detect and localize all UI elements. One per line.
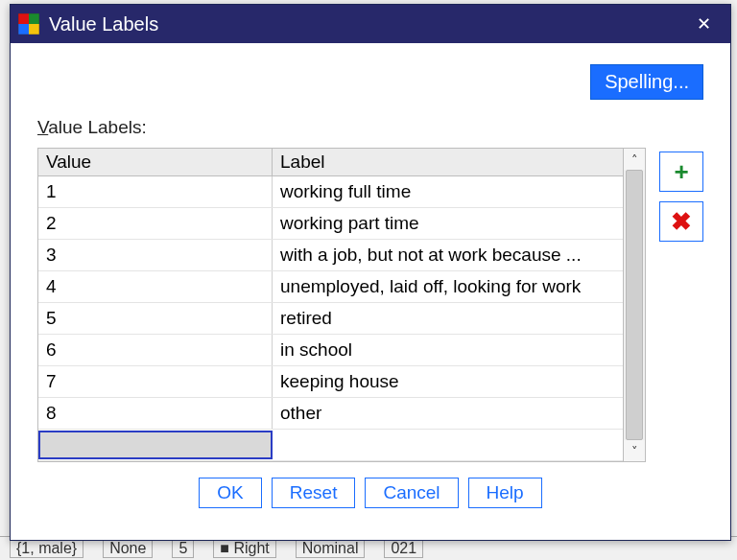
label-cell[interactable]: working part time <box>273 208 623 239</box>
value-labels-dialog: Value Labels ✕ Spelling... Value Labels:… <box>10 4 731 541</box>
table-row[interactable]: 2 working part time <box>38 208 623 240</box>
x-icon: ✖ <box>671 207 692 237</box>
label-cell[interactable]: retired <box>273 303 623 334</box>
dialog-body: Spelling... Value Labels: Value Label 1 … <box>11 43 730 540</box>
label-cell[interactable]: keeping house <box>273 366 623 397</box>
spelling-button[interactable]: Spelling... <box>590 64 703 100</box>
scroll-thumb[interactable] <box>626 170 643 440</box>
value-cell[interactable]: 1 <box>38 176 273 207</box>
table-header: Value Label <box>38 149 623 176</box>
new-label-cell[interactable] <box>273 430 623 460</box>
dialog-footer: OK Reset Cancel Help <box>37 462 703 514</box>
plus-icon: + <box>674 157 688 187</box>
remove-button[interactable]: ✖ <box>659 201 703 242</box>
titlebar: Value Labels ✕ <box>11 5 730 43</box>
svg-rect-4 <box>29 24 39 35</box>
label-cell[interactable]: working full time <box>273 176 623 207</box>
new-value-cell[interactable] <box>38 431 273 459</box>
svg-rect-2 <box>29 13 39 24</box>
scroll-down-icon[interactable]: ˅ <box>624 440 645 461</box>
value-cell[interactable]: 5 <box>38 303 273 334</box>
header-label[interactable]: Label <box>273 149 623 175</box>
value-cell[interactable]: 4 <box>38 271 273 302</box>
vertical-scrollbar[interactable]: ˄ ˅ <box>624 149 645 461</box>
label-cell[interactable]: unemployed, laid off, looking for work <box>273 271 623 302</box>
table-row[interactable]: 4 unemployed, laid off, looking for work <box>38 271 623 303</box>
close-button[interactable]: ✕ <box>684 13 723 35</box>
scroll-track[interactable] <box>624 170 645 440</box>
value-cell[interactable]: 2 <box>38 208 273 239</box>
label-cell[interactable]: in school <box>273 335 623 365</box>
label-cell[interactable]: with a job, but not at work because ... <box>273 240 623 270</box>
svg-rect-3 <box>18 24 29 35</box>
table-row[interactable]: 3 with a job, but not at work because ..… <box>38 240 623 271</box>
value-cell[interactable]: 6 <box>38 335 273 365</box>
table-new-row[interactable] <box>38 430 623 461</box>
header-value[interactable]: Value <box>38 149 273 175</box>
value-cell[interactable]: 7 <box>38 366 273 397</box>
label-cell[interactable]: other <box>273 398 623 429</box>
value-cell[interactable]: 8 <box>38 398 273 429</box>
dialog-title: Value Labels <box>49 13 684 35</box>
svg-rect-1 <box>18 13 29 24</box>
value-labels-section-label: Value Labels: <box>37 117 703 138</box>
add-button[interactable]: + <box>659 152 703 192</box>
help-button[interactable]: Help <box>468 478 542 508</box>
value-labels-table: Value Label 1 working full time 2 workin… <box>37 148 646 462</box>
scroll-up-icon[interactable]: ˄ <box>624 149 645 170</box>
table-row[interactable]: 7 keeping house <box>38 366 623 398</box>
app-icon <box>18 13 39 35</box>
ok-button[interactable]: OK <box>199 478 261 508</box>
reset-button[interactable]: Reset <box>272 478 356 508</box>
value-cell[interactable]: 3 <box>38 240 273 270</box>
table-row[interactable]: 1 working full time <box>38 176 623 208</box>
table-row[interactable]: 6 in school <box>38 335 623 366</box>
table-row[interactable]: 5 retired <box>38 303 623 335</box>
table-row[interactable]: 8 other <box>38 398 623 430</box>
cancel-button[interactable]: Cancel <box>365 478 458 508</box>
